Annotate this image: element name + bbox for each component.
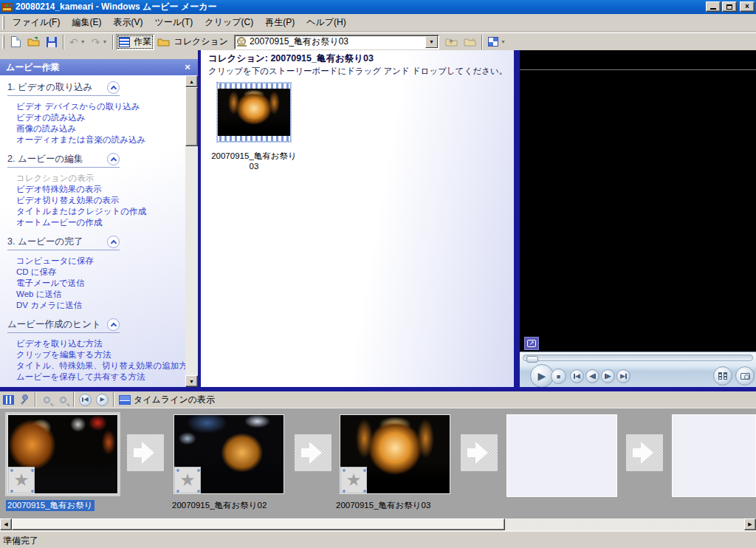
task-pane-scrollbar[interactable]: ▲ ▼ [185, 75, 198, 387]
task-pane-close-button[interactable]: × [182, 61, 193, 72]
undo-button[interactable]: ↶▼ [66, 34, 89, 50]
transition-slot-2[interactable] [295, 434, 331, 471]
menu-file[interactable]: ファイル(F) [7, 14, 66, 31]
storyboard-clip-2-label[interactable]: 20070915_亀有お祭り02 [172, 500, 267, 511]
collections-button[interactable]: コレクション [154, 34, 231, 50]
link-make-automovie[interactable]: オートムービーの作成 [16, 217, 180, 228]
link-capture-from-device[interactable]: ビデオ デバイスからの取り込み [16, 101, 180, 112]
section-hints-collapse-button[interactable] [107, 318, 120, 331]
effect-star-badge-3[interactable]: ★ [340, 467, 367, 493]
storyboard-clip-1[interactable]: ★ [7, 414, 118, 494]
tasks-button[interactable]: 作業 [116, 34, 154, 50]
step-back-button[interactable]: ◀ [585, 369, 599, 383]
show-timeline-label: タイムラインの表示 [134, 394, 215, 406]
audio-levels-icon [3, 395, 14, 405]
menu-tools[interactable]: ツール(T) [148, 14, 199, 31]
task-pane-close-icon: × [185, 61, 190, 72]
play-storyboard-icon: ▶ [96, 394, 109, 406]
storyboard-clip-2[interactable]: ★ [173, 414, 284, 494]
new-project-button[interactable] [7, 34, 24, 50]
collection-combobox[interactable]: 20070915_亀有お祭り03 ▼ [234, 35, 439, 49]
storyboard-clip-3-label[interactable]: 20070915_亀有お祭り03 [336, 500, 430, 511]
link-import-pictures[interactable]: 画像の読み込み [16, 123, 180, 134]
playback-controls: ▶ ■ ◀ ◀ ▶ ▶ [520, 352, 756, 387]
status-bar: 準備完了 [0, 530, 756, 548]
effect-star-badge-2[interactable]: ★ [174, 467, 201, 493]
menu-edit[interactable]: 編集(E) [66, 14, 107, 31]
link-view-effects[interactable]: ビデオ特殊効果の表示 [16, 184, 180, 195]
open-project-button[interactable] [24, 34, 43, 50]
collection-clip[interactable]: 20070915_亀有お祭り03 [217, 83, 291, 171]
zoom-out-button[interactable] [55, 392, 71, 407]
stop-button[interactable]: ■ [551, 369, 566, 384]
link-send-dv[interactable]: DV カメラに送信 [16, 300, 180, 311]
link-view-transitions[interactable]: ビデオ切り替え効果の表示 [16, 195, 180, 206]
section-edit-collapse-button[interactable] [107, 153, 120, 165]
play-storyboard-button[interactable]: ▶ [94, 392, 111, 407]
storyboard-clip-1-label[interactable]: 20070915_亀有お祭り [6, 500, 94, 511]
new-folder-icon [464, 37, 476, 47]
scroll-right-button[interactable]: ▶ [744, 518, 756, 530]
link-import-video[interactable]: ビデオの読み込み [16, 112, 180, 123]
toolbar-grip-2[interactable] [2, 35, 4, 49]
section-finish-collapse-button[interactable] [107, 236, 120, 248]
previous-frame-button[interactable]: ◀ [570, 369, 584, 383]
toolbar-grip[interactable] [2, 16, 4, 30]
new-collection-button[interactable] [461, 34, 479, 50]
link-save-to-cd[interactable]: CD に保存 [16, 267, 180, 278]
empty-clip-slot-1[interactable] [506, 414, 617, 497]
scroll-thumb[interactable] [185, 87, 198, 146]
combo-dropdown-icon: ▼ [429, 39, 434, 44]
transition-slot-3[interactable] [461, 434, 498, 471]
minimize-button[interactable] [706, 1, 721, 12]
popout-monitor-button[interactable]: ↗ [524, 337, 539, 350]
scroll-down-button[interactable]: ▼ [185, 375, 198, 387]
link-save-to-computer[interactable]: コンピュータに保存 [16, 256, 180, 267]
close-button[interactable]: × [740, 1, 755, 12]
collections-label: コレクション [173, 35, 228, 48]
link-how-share[interactable]: ムービーを保存して共有する方法 [16, 371, 180, 383]
scroll-left-button[interactable]: ◀ [0, 518, 12, 530]
link-how-capture[interactable]: ビデオを取り込む方法 [16, 338, 180, 349]
audio-levels-button[interactable] [0, 392, 16, 407]
zoom-in-button[interactable] [38, 392, 55, 407]
menu-view[interactable]: 表示(V) [107, 14, 148, 31]
parent-collection-button[interactable] [442, 34, 461, 50]
take-picture-button[interactable] [735, 366, 755, 386]
split-clip-button[interactable] [713, 366, 732, 386]
views-button[interactable]: ▼ [485, 34, 509, 50]
menu-clip[interactable]: クリップ(C) [199, 14, 259, 31]
link-send-email[interactable]: 電子メールで送信 [16, 278, 180, 289]
microphone-icon [19, 394, 30, 405]
effect-star-badge[interactable]: ★ [8, 467, 35, 493]
step-forward-button[interactable]: ▶ [601, 369, 615, 383]
empty-clip-slot-2[interactable] [672, 414, 756, 497]
seek-thumb[interactable] [526, 356, 538, 363]
link-import-audio[interactable]: オーディオまたは音楽の読み込み [16, 134, 180, 145]
transition-slot-4[interactable] [626, 434, 663, 471]
link-make-titles[interactable]: タイトルまたはクレジットの作成 [16, 206, 180, 217]
collection-clip-thumbnail[interactable] [218, 89, 290, 136]
scroll-up-button[interactable]: ▲ [185, 75, 198, 87]
section-capture-collapse-button[interactable] [107, 81, 120, 94]
redo-button[interactable]: ↷▼ [89, 34, 111, 50]
next-frame-button[interactable]: ▶ [616, 369, 630, 383]
collection-combobox-dropdown-button[interactable]: ▼ [425, 36, 438, 48]
hscroll-thumb[interactable] [12, 518, 505, 530]
seek-bar[interactable] [523, 355, 753, 361]
menu-help[interactable]: ヘルプ(H) [300, 14, 352, 31]
storyboard-clip-3[interactable]: ★ [340, 414, 450, 494]
save-project-button[interactable] [43, 34, 61, 50]
link-send-web[interactable]: Web に送信 [16, 289, 180, 300]
maximize-button[interactable] [722, 1, 737, 12]
link-how-edit[interactable]: クリップを編集する方法 [16, 349, 180, 360]
chevron-up-icon [110, 86, 116, 92]
storyboard-scrollbar[interactable]: ◀ ▶ [0, 518, 756, 530]
transition-slot-1[interactable] [127, 434, 164, 471]
show-timeline-button[interactable]: タイムラインの表示 [117, 392, 217, 407]
rewind-storyboard-button[interactable]: ◀ [77, 392, 94, 407]
menu-play[interactable]: 再生(P) [259, 14, 300, 31]
movie-tasks-header: ムービー作業 × [0, 59, 198, 75]
narrate-timeline-button[interactable] [16, 392, 32, 407]
link-how-titles[interactable]: タイトル、特殊効果、切り替え効果の追加方法 [16, 360, 180, 371]
